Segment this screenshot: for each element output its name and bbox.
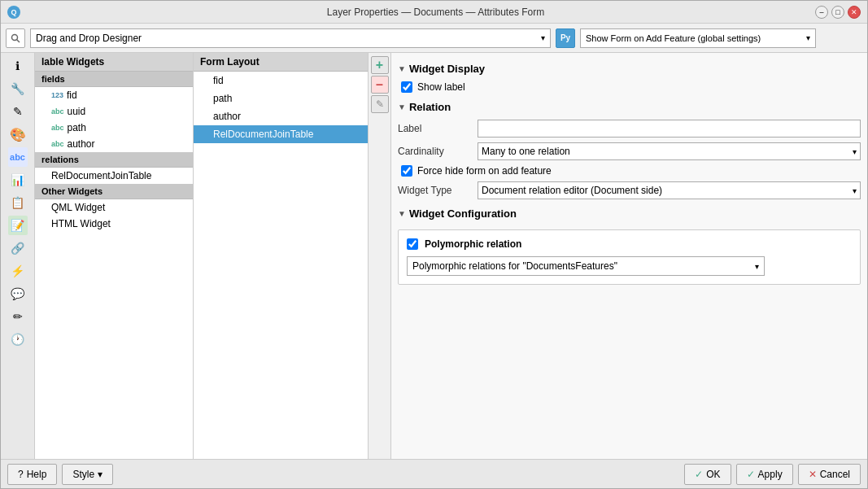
title-bar: Q Layer Properties — Documents — Attribu… [1,1,867,24]
help-button[interactable]: ? Help [7,464,57,485]
ok-button[interactable]: ✓ OK [684,464,731,485]
show-label-row: Show label [401,81,861,93]
sidebar-icon-temporal[interactable]: 🕐 [8,330,28,349]
widget-type-value: Document relation editor (Document side) [482,185,662,196]
form-layout-panel: Form Layout fid path author RelDocumentJ… [194,53,369,459]
force-hide-row: Force hide form on add feature [401,165,861,177]
available-widgets-panel: lable Widgets fields 123 fid abc uuid ab… [35,53,194,459]
label-input[interactable] [478,120,861,138]
show-label-checkbox[interactable] [401,81,412,93]
remove-item-button[interactable]: – [371,76,389,94]
sidebar-icon-actions[interactable]: ⚡ [8,261,28,281]
widget-type-chevron-icon: ▾ [853,186,857,195]
maximize-button[interactable]: □ [831,6,844,19]
add-item-button[interactable]: + [371,56,389,74]
label-row: Label [398,120,861,138]
cardinality-value: Many to one relation [482,146,570,157]
cancel-button[interactable]: ✕ Cancel [798,464,861,485]
edit-item-button[interactable]: ✎ [371,95,389,113]
cardinality-dropdown[interactable]: Many to one relation ▾ [478,142,861,160]
sidebar-icon-rendering[interactable]: ✏ [8,307,28,326]
author-badge: abc [51,140,64,148]
form-item-fid[interactable]: fid [194,72,368,90]
form-chevron-icon: ▾ [806,33,810,42]
apply-button[interactable]: ✓ Apply [736,464,793,485]
html-label: HTML Widget [51,218,111,229]
minimize-button[interactable]: – [815,6,828,19]
widget-type-dropdown[interactable]: Document relation editor (Document side)… [478,181,861,199]
python-button[interactable]: Py [556,28,575,48]
form-item-reldocumentjointable[interactable]: RelDocumentJoinTable [194,125,368,143]
widget-display-section: ▼ Widget Display [398,63,861,75]
field-path[interactable]: abc path [35,120,193,136]
style-button[interactable]: Style ▾ [62,464,113,485]
widgets-panel-header: lable Widgets [35,53,193,72]
panels-area: lable Widgets fields 123 fid abc uuid ab… [35,53,867,459]
left-sidebar: ℹ 🔧 ✎ 🎨 abc 📊 📋 📝 🔗 ⚡ 💬 ✏ 🕐 [1,53,35,459]
toolbar: Drag and Drop Designer ▾ Py Show Form on… [1,24,867,53]
other-section-header: Other Widgets [35,184,193,199]
label-field-label: Label [398,123,471,134]
cancel-x-icon: ✕ [809,469,817,480]
relation-reldocumentjointable[interactable]: RelDocumentJoinTable [35,168,193,184]
widget-type-row: Widget Type Document relation editor (Do… [398,181,861,199]
other-qml[interactable]: QML Widget [35,199,193,216]
window-title: Layer Properties — Documents — Attribute… [56,7,815,18]
sidebar-icon-attributes-form[interactable]: 📝 [8,216,28,235]
force-hide-checkbox[interactable] [401,165,412,177]
fid-badge: 123 [51,91,63,99]
qgis-logo: Q [7,6,20,19]
form-item-author[interactable]: author [194,107,368,125]
designer-dropdown[interactable]: Drag and Drop Designer ▾ [30,28,551,48]
search-button[interactable] [6,28,25,48]
sidebar-icon-fields[interactable]: 📋 [8,193,28,212]
polymorphic-dropdown-value: Polymorphic relations for "DocumentsFeat… [412,260,617,272]
qml-label: QML Widget [51,202,105,213]
sidebar-icon-info[interactable]: ℹ [8,56,28,76]
sidebar-icon-settings[interactable]: 🔧 [8,79,28,98]
relation-label: RelDocumentJoinTable [51,170,151,181]
sidebar-icon-style[interactable]: 🎨 [8,124,28,144]
sidebar-icon-labels[interactable]: abc [8,147,28,167]
close-button[interactable]: ✕ [848,6,861,19]
sidebar-icon-display[interactable]: 💬 [8,284,28,303]
ok-check-icon: ✓ [695,469,703,480]
widget-config-section-header: ▼ Widget Configuration [398,207,861,220]
widget-config-arrow[interactable]: ▼ [398,209,406,218]
form-layout-header: Form Layout [194,53,368,72]
apply-check-icon: ✓ [747,469,755,480]
main-area: ℹ 🔧 ✎ 🎨 abc 📊 📋 📝 🔗 ⚡ 💬 ✏ 🕐 lable Widget… [1,53,867,459]
widget-display-arrow[interactable]: ▼ [398,64,406,73]
field-author-label: author [68,138,95,150]
polymorphic-checkbox[interactable] [407,238,418,250]
uuid-badge: abc [51,107,64,116]
relation-arrow[interactable]: ▼ [398,103,406,111]
widget-type-label: Widget Type [398,185,471,196]
path-badge: abc [51,124,64,132]
form-item-path[interactable]: path [194,90,368,107]
cardinality-label: Cardinality [398,146,471,157]
polymorphic-chevron-icon: ▾ [755,262,759,271]
force-hide-text: Force hide form on add feature [417,165,552,177]
field-path-label: path [68,122,86,133]
bottom-right-buttons: ✓ OK ✓ Apply ✕ Cancel [684,464,861,485]
field-author[interactable]: abc author [35,136,193,152]
widget-config-box: Polymorphic relation Polymorphic relatio… [398,229,861,285]
form-layout-items: fid path author RelDocumentJoinTable [194,72,368,459]
field-uuid[interactable]: abc uuid [35,103,193,120]
fields-section-header: fields [35,72,193,87]
sidebar-icon-joins[interactable]: 🔗 [8,238,28,258]
cardinality-chevron-icon: ▾ [853,147,857,156]
field-fid-label: fid [67,90,77,101]
polymorphic-dropdown[interactable]: Polymorphic relations for "DocumentsFeat… [407,256,765,276]
form-mode-dropdown[interactable]: Show Form on Add Feature (global setting… [580,28,816,48]
field-fid[interactable]: 123 fid [35,87,193,103]
widgets-scroll: fields 123 fid abc uuid abc path abc [35,72,193,459]
window-controls: – □ ✕ [815,6,861,19]
other-html[interactable]: HTML Widget [35,216,193,232]
help-icon: ? [18,469,24,480]
bottom-left-buttons: ? Help Style ▾ [7,464,113,485]
sidebar-icon-diagrams[interactable]: 📊 [8,170,28,190]
relations-section-header: relations [35,152,193,168]
sidebar-icon-source[interactable]: ✎ [8,102,28,121]
